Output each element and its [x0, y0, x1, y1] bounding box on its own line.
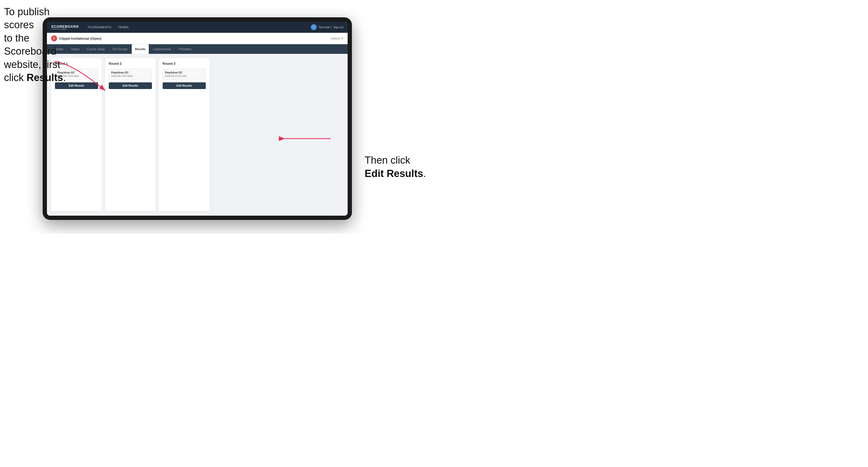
tab-course-setup[interactable]: Course Setup — [84, 44, 108, 54]
instruction-right: Then click Edit Results. — [365, 154, 426, 180]
instruction-line2: to the Scoreboard — [4, 33, 56, 57]
round-3-course-card: Peachtree GC Gold (M) (7010 yds) — [163, 69, 206, 80]
tab-printables[interactable]: Printables — [176, 44, 195, 54]
instruction-right-end: . — [423, 168, 426, 179]
round-3-course-detail: Gold (M) (7010 yds) — [165, 75, 204, 77]
nav-right-area: T Test User | Sign out — [311, 24, 343, 30]
nav-tournaments[interactable]: TOURNAMENTS — [87, 26, 112, 29]
tab-bar: Details Teams Course Setup Tee Groups Re… — [47, 44, 348, 54]
cancel-button[interactable]: Cancel ✕ — [331, 37, 343, 40]
instruction-line4: click — [4, 72, 26, 83]
user-avatar: T — [311, 24, 317, 30]
tab-results[interactable]: Results — [132, 44, 149, 54]
user-name: Test User | — [319, 26, 332, 29]
tablet-device: SCOREBOARD Powered by clippd TOURNAMENTS… — [43, 17, 352, 220]
round-3-course-name: Peachtree GC — [165, 71, 204, 74]
sign-out-link[interactable]: Sign out — [334, 26, 343, 29]
cancel-label: Cancel — [331, 37, 340, 40]
close-icon: ✕ — [341, 37, 343, 40]
round-3-card: Round 3 Peachtree GC Gold (M) (7010 yds)… — [159, 58, 210, 211]
nav-teams[interactable]: TEAMS — [118, 26, 128, 29]
top-navigation: SCOREBOARD Powered by clippd TOURNAMENTS… — [47, 22, 348, 33]
tab-leaderboards[interactable]: Leaderboards — [150, 44, 174, 54]
tournament-header: C Clippd Invitational (Open) Cancel ✕ — [47, 33, 348, 44]
round-3-title: Round 3 — [163, 62, 206, 66]
edit-results-button-3[interactable]: Edit Results — [163, 82, 206, 89]
instruction-right-line1: Then click — [365, 155, 410, 166]
instruction-right-bold: Edit Results — [365, 168, 423, 179]
tablet-screen: SCOREBOARD Powered by clippd TOURNAMENTS… — [47, 22, 348, 216]
tab-tee-groups[interactable]: Tee Groups — [109, 44, 131, 54]
instruction-line1: To publish scores — [4, 6, 50, 30]
